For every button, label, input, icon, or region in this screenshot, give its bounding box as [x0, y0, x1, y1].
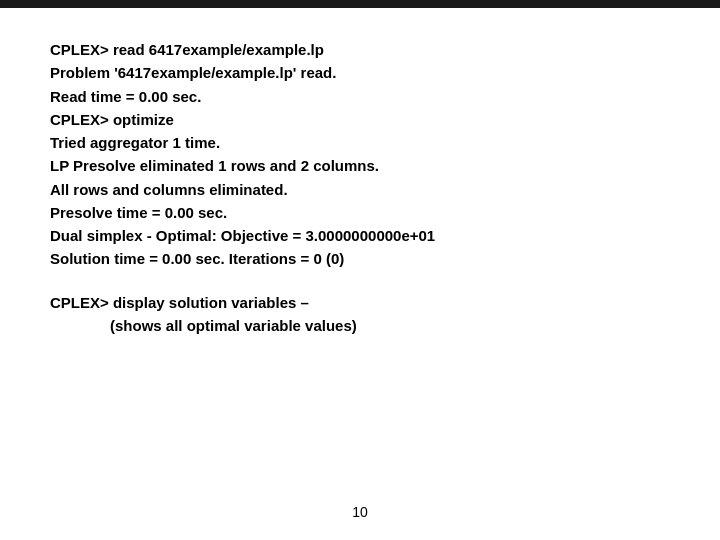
display-line-1: CPLEX> display solution variables –: [50, 291, 670, 314]
spacer: [50, 271, 670, 291]
page-number: 10: [352, 504, 368, 520]
code-block: CPLEX> read 6417example/example.lp Probl…: [50, 38, 670, 271]
line-3: Read time = 0.00 sec.: [50, 85, 670, 108]
display-line-2: (shows all optimal variable values): [50, 314, 670, 337]
line-7: All rows and columns eliminated.: [50, 178, 670, 201]
line-1: CPLEX> read 6417example/example.lp: [50, 38, 670, 61]
slide: CPLEX> read 6417example/example.lp Probl…: [0, 0, 720, 540]
line-2: Problem '6417example/example.lp' read.: [50, 61, 670, 84]
line-9: Dual simplex - Optimal: Objective = 3.00…: [50, 224, 670, 247]
line-4: CPLEX> optimize: [50, 108, 670, 131]
line-6: LP Presolve eliminated 1 rows and 2 colu…: [50, 154, 670, 177]
line-5: Tried aggregator 1 time.: [50, 131, 670, 154]
top-bar: [0, 0, 720, 8]
display-section: CPLEX> display solution variables – (sho…: [50, 291, 670, 338]
content-area: CPLEX> read 6417example/example.lp Probl…: [0, 38, 720, 337]
line-10: Solution time = 0.00 sec. Iterations = 0…: [50, 247, 670, 270]
line-8: Presolve time = 0.00 sec.: [50, 201, 670, 224]
